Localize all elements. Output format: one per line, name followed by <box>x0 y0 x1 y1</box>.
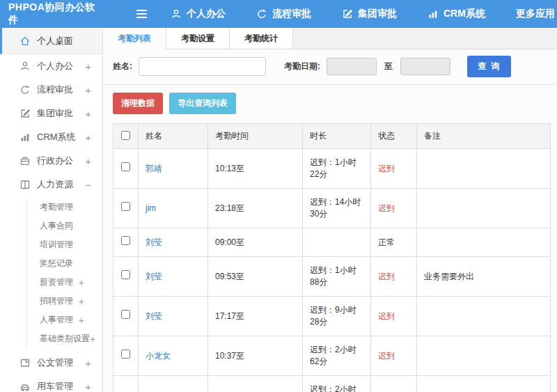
sidebar-item-label: 人力资源 <box>37 178 85 191</box>
submenu-item-label: 培训管理 <box>40 239 84 251</box>
duration-cell <box>303 228 371 257</box>
clear-data-button[interactable]: 清理数据 <box>113 93 163 114</box>
attendance-time: 17:17至 <box>208 297 303 336</box>
select-all-checkbox[interactable] <box>121 131 130 140</box>
sidebar-item-label: CRM系统 <box>37 131 85 143</box>
tab-attendance-stats[interactable]: 考勤统计 <box>230 28 293 49</box>
tab-attendance-list[interactable]: 考勤列表 <box>103 28 166 49</box>
nav-item-workflow-approval[interactable]: 流程审批 <box>256 8 311 20</box>
row-checkbox[interactable] <box>121 236 130 245</box>
attendance-time: 09:00至 <box>208 228 303 257</box>
edit-icon <box>342 8 353 19</box>
process-icon <box>19 84 31 95</box>
table-row: 刘莹 09:53至 迟到：1小时88分 迟到 业务需要外出 <box>113 257 551 297</box>
expand-sign: + <box>85 155 91 167</box>
search-form: 姓名: 考勤日期: 至 查 询 <box>103 49 557 85</box>
menu-icon[interactable] <box>136 10 147 18</box>
expand-sign: + <box>85 357 91 369</box>
duration-line: 迟到：14小时30分 <box>310 196 363 220</box>
sidebar-item-admin-office[interactable]: 行政办公 + <box>0 149 102 173</box>
attendance-date-label: 考勤日期: <box>284 61 320 72</box>
sidebar-item-label: 个人办公 <box>37 60 85 72</box>
col-header-time: 考勤时间 <box>208 124 303 149</box>
sidebar-subitem-attendance-mgmt[interactable]: 考勤管理 <box>0 198 102 217</box>
sidebar-subitem-recruit-mgmt[interactable]: 招聘管理 + <box>0 292 102 311</box>
nav-item-personal-office[interactable]: 个人办公 <box>171 8 226 20</box>
status-text: 迟到 <box>378 351 395 361</box>
sidebar-item-desktop[interactable]: 个人桌面 <box>0 28 102 54</box>
expand-sign: + <box>85 84 91 96</box>
main-content: 考勤列表 考勤设置 考勤统计 姓名: 考勤日期: 至 查 询 清理数据 导出查询… <box>103 28 557 392</box>
tab-attendance-settings[interactable]: 考勤设置 <box>166 28 230 49</box>
employee-name-link[interactable]: 刘莹 <box>146 311 162 321</box>
duration-line: 迟到：2小时62分 <box>310 344 363 368</box>
duration-cell: 迟到：9小时28分 <box>303 297 371 336</box>
duration-cell: 迟到：2小时62分 <box>303 336 371 376</box>
sidebar-item-vehicle-mgmt[interactable]: 用车管理 + <box>0 375 102 392</box>
employee-name-link[interactable]: 郭靖 <box>146 164 162 173</box>
hr-submenu: 考勤管理 人事合同 培训管理 奖惩记录 薪资管理 + 招聘管理 + <box>0 196 102 351</box>
sidebar-item-label: 公文管理 <box>37 356 85 369</box>
duration-line: 迟到：1小时88分 <box>310 265 363 288</box>
expand-sign: + <box>85 381 91 392</box>
sidebar-item-label: 集团审批 <box>37 107 85 120</box>
employee-name-link[interactable]: 刘莹 <box>146 237 162 247</box>
submenu-item-label: 基础类别设置 <box>40 333 90 345</box>
date-to-input[interactable] <box>400 58 450 75</box>
status-text: 正常 <box>378 237 395 247</box>
sidebar-subitem-salary-mgmt[interactable]: 薪资管理 + <box>0 273 102 292</box>
to-label: 至 <box>384 61 393 72</box>
employee-name-link[interactable]: 刘莹 <box>146 272 162 281</box>
duration-cell: 迟到：2小时90分早退：7小时10分 <box>303 376 371 392</box>
nav-item-crm[interactable]: CRM系统 <box>427 8 485 20</box>
table-row: 郭靖 10:13至 迟到：1小时22分 迟到 <box>113 149 551 189</box>
sidebar-subitem-reward-punishment[interactable]: 奖惩记录 <box>0 254 102 273</box>
export-list-button[interactable]: 导出查询列表 <box>169 93 236 114</box>
user-icon <box>171 8 182 19</box>
sidebar-item-crm[interactable]: CRM系统 + <box>0 125 102 149</box>
employee-name-link[interactable]: jim <box>146 203 156 213</box>
table-row: 刘莹 17:17至 迟到：9小时28分 迟到 <box>113 297 551 336</box>
sidebar-item-group-approval[interactable]: 集团审批 + <box>0 102 102 125</box>
name-input[interactable] <box>139 57 266 76</box>
chart-icon <box>19 132 31 143</box>
duration-cell: 迟到：1小时88分 <box>303 257 371 297</box>
attendance-time: 23:18至 <box>208 189 303 228</box>
sidebar-subitem-training-mgmt[interactable]: 培训管理 <box>0 235 102 254</box>
expand-sign: + <box>79 315 84 326</box>
date-from-input[interactable] <box>327 58 377 75</box>
duration-cell: 迟到：14小时30分 <box>303 189 371 228</box>
row-checkbox[interactable] <box>121 310 130 319</box>
sidebar-item-personal-office[interactable]: 个人办公 + <box>0 54 102 78</box>
nav-item-label: 更多应用 <box>516 8 555 20</box>
sidebar-item-workflow-approval[interactable]: 流程审批 + <box>0 78 102 102</box>
table-row: jim 23:18至 迟到：14小时30分 迟到 <box>113 189 551 228</box>
remark-cell <box>417 228 551 257</box>
sidebar-subitem-personnel-mgmt[interactable]: 人事管理 + <box>0 311 102 329</box>
nav-item-label: 个人办公 <box>187 8 226 20</box>
sidebar-item-hr[interactable]: 人力资源 − <box>0 173 102 196</box>
duration-line: 迟到：1小时22分 <box>310 157 363 180</box>
sidebar-item-document-mgmt[interactable]: 公文管理 + <box>0 351 102 375</box>
row-checkbox[interactable] <box>121 202 130 211</box>
nav-item-label: 流程审批 <box>272 8 311 20</box>
remark-cell <box>417 297 551 336</box>
employee-name-link[interactable]: 小龙女 <box>146 351 171 361</box>
table-row: 小龙女 10:37至 迟到：2小时62分 迟到 <box>113 336 551 376</box>
sidebar-subitem-base-category-settings[interactable]: 基础类别设置 + <box>0 329 102 348</box>
nav-item-more-apps[interactable]: 更多应用 <box>516 8 557 20</box>
expand-sign: + <box>85 108 91 120</box>
duration-line: 迟到：9小时28分 <box>310 304 363 328</box>
row-checkbox[interactable] <box>121 350 130 359</box>
nav-item-group-approval[interactable]: 集团审批 <box>342 8 397 20</box>
submenu-item-label: 奖惩记录 <box>40 258 84 269</box>
col-header-duration: 时长 <box>303 124 371 149</box>
row-checkbox[interactable] <box>121 270 130 279</box>
query-button[interactable]: 查 询 <box>467 56 511 77</box>
col-header-remark: 备注 <box>417 124 551 149</box>
row-checkbox[interactable] <box>121 162 130 171</box>
sidebar-subitem-hr-contract[interactable]: 人事合同 <box>0 217 102 235</box>
chart-icon <box>427 8 439 19</box>
user-icon <box>19 61 31 72</box>
edit-icon <box>19 108 31 119</box>
